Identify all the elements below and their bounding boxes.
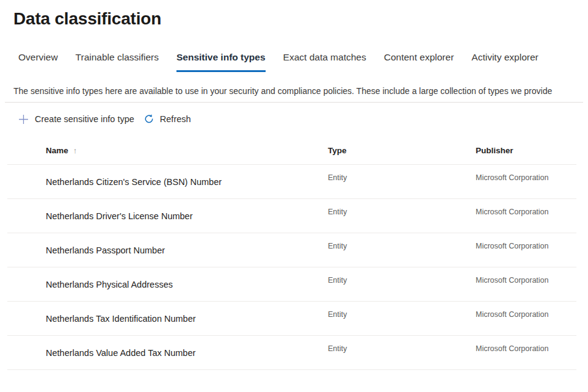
row-type: Entity <box>328 310 476 319</box>
row-publisher: Microsoft Corporation <box>476 242 576 250</box>
tab-sensitive-info-types[interactable]: Sensitive info types <box>176 51 266 72</box>
row-publisher: Microsoft Corporation <box>476 208 576 216</box>
table-row[interactable]: Netherlands Passport Number Entity Micro… <box>7 233 576 267</box>
row-type: Entity <box>328 173 476 182</box>
refresh-button-label: Refresh <box>160 114 191 124</box>
row-name: Netherlands Value Added Tax Number <box>46 348 328 358</box>
row-name: Netherlands Citizen's Service (BSN) Numb… <box>46 177 328 187</box>
add-icon <box>18 114 29 125</box>
tab-trainable-classifiers[interactable]: Trainable classifiers <box>76 51 159 72</box>
section-divider <box>5 102 583 103</box>
row-type: Entity <box>328 242 476 250</box>
command-bar: Create sensitive info type Refresh <box>18 109 588 129</box>
page-title: Data classification <box>13 9 588 29</box>
tab-exact-data-matches[interactable]: Exact data matches <box>283 51 366 72</box>
tab-content-explorer[interactable]: Content explorer <box>384 51 454 72</box>
row-type: Entity <box>328 344 476 353</box>
table-header-row: Name ↑ Type Publisher <box>7 137 576 165</box>
create-button-label: Create sensitive info type <box>35 114 134 124</box>
row-name: Netherlands Tax Identification Number <box>46 314 328 324</box>
row-publisher: Microsoft Corporation <box>476 344 576 353</box>
tab-bar: Overview Trainable classifiers Sensitive… <box>18 51 588 72</box>
page-description: The sensitive info types here are availa… <box>13 86 588 96</box>
create-sensitive-info-type-button[interactable]: Create sensitive info type <box>18 114 134 125</box>
row-publisher: Microsoft Corporation <box>476 276 576 285</box>
column-header-publisher[interactable]: Publisher <box>476 146 576 155</box>
sort-ascending-icon: ↑ <box>73 146 78 155</box>
row-publisher: Microsoft Corporation <box>476 310 576 319</box>
row-name: Netherlands Driver's License Number <box>46 211 328 221</box>
table-row[interactable]: Netherlands Physical Addresses Entity Mi… <box>7 267 576 302</box>
row-name: Netherlands Physical Addresses <box>46 280 328 289</box>
tab-overview[interactable]: Overview <box>18 51 58 72</box>
table-row[interactable]: Netherlands Tax Identification Number En… <box>7 302 576 336</box>
refresh-icon <box>144 114 154 124</box>
table-row[interactable]: Netherlands Value Added Tax Number Entit… <box>7 336 576 370</box>
table-row[interactable]: Netherlands Driver's License Number Enti… <box>7 199 576 233</box>
column-header-type[interactable]: Type <box>328 146 476 155</box>
refresh-button[interactable]: Refresh <box>144 114 191 124</box>
column-header-name-label: Name <box>46 146 68 155</box>
tab-activity-explorer[interactable]: Activity explorer <box>471 51 538 72</box>
row-type: Entity <box>328 276 476 285</box>
row-type: Entity <box>328 208 476 216</box>
row-name: Netherlands Passport Number <box>46 245 328 255</box>
table-row[interactable]: Netherlands Citizen's Service (BSN) Numb… <box>7 165 576 199</box>
sensitive-info-types-table: Name ↑ Type Publisher Netherlands Citize… <box>7 137 576 370</box>
column-header-name[interactable]: Name ↑ <box>46 146 328 155</box>
row-publisher: Microsoft Corporation <box>476 173 576 182</box>
